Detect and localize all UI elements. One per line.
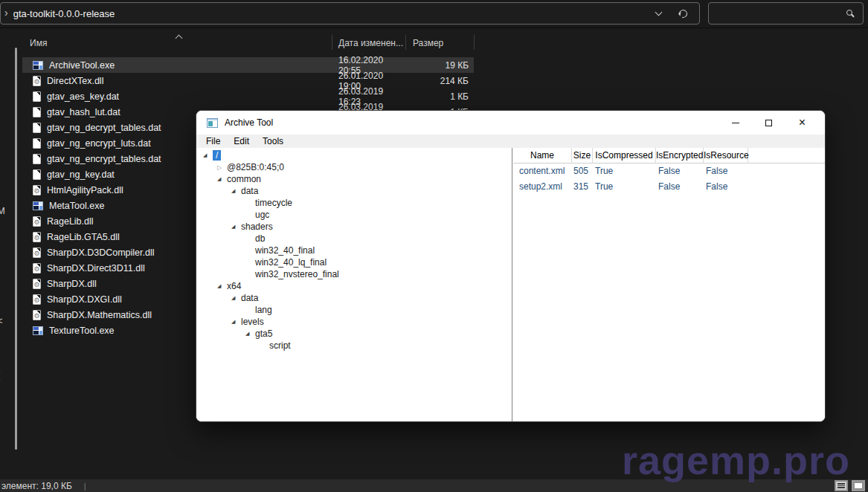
table-header-isresource[interactable]: IsResource — [704, 148, 748, 164]
file-name: DirectXTex.dll — [47, 76, 103, 86]
dll-file-icon: ⚙ — [33, 247, 41, 258]
tree-item-label: db — [255, 233, 265, 244]
tree-item[interactable]: ◢data — [196, 185, 512, 197]
minimize-button[interactable] — [718, 111, 752, 135]
address-bar[interactable]: › gta-toolkit-0.0.0-release — [0, 2, 700, 25]
tree-item[interactable]: ugc — [196, 209, 512, 221]
tree-item[interactable]: win32_40_final — [196, 245, 512, 256]
file-name: gtav_ng_decrypt_tables.dat — [47, 123, 161, 133]
tree-item[interactable]: ◢levels — [196, 316, 512, 328]
menu-file[interactable]: File — [199, 135, 227, 148]
minimize-icon — [732, 123, 739, 123]
tree-item-label: shaders — [241, 221, 273, 232]
tree-item[interactable]: ◢common — [196, 173, 512, 185]
archive-tool-app-icon — [207, 118, 218, 128]
file-name: SharpDX.dll — [47, 279, 97, 289]
column-header-size[interactable]: Размер — [413, 38, 443, 48]
table-header-isencrypted[interactable]: IsEncrypted — [656, 148, 704, 164]
breadcrumb[interactable]: gta-toolkit-0.0.0-release — [13, 8, 115, 19]
dll-file-icon: ⚙ — [33, 279, 41, 289]
search-box[interactable] — [708, 2, 864, 25]
tree-item[interactable]: lang — [196, 304, 512, 316]
tree-item-label: @825B:0:45;0 — [227, 162, 284, 172]
table-header-iscompressed[interactable]: IsCompressed — [593, 148, 656, 164]
table-header-size[interactable]: Size — [572, 148, 593, 164]
maximize-icon — [765, 120, 772, 126]
large-icons-view-icon[interactable] — [852, 480, 865, 491]
chevron-down-icon[interactable] — [655, 8, 663, 16]
gear-icon: ⚙ — [33, 280, 40, 289]
tree-item[interactable]: db — [196, 233, 512, 245]
cell-size: 505 — [572, 164, 588, 179]
tree-item[interactable]: win32_40_lq_final — [196, 256, 512, 268]
column-header-name[interactable]: Имя — [30, 38, 47, 48]
watermark: ragemp.pro — [622, 437, 850, 483]
dll-file-icon: ⚙ — [33, 216, 41, 227]
dll-file-icon: ⚙ — [33, 294, 41, 305]
dat-file-icon — [33, 138, 41, 149]
table-row[interactable]: content.xml505TrueFalseFalse — [513, 164, 825, 179]
cell-isresource: False — [706, 164, 727, 179]
expander-expanded-icon[interactable]: ◢ — [231, 295, 241, 301]
tree-item[interactable]: script — [196, 340, 512, 352]
expander-expanded-icon[interactable]: ◢ — [217, 176, 227, 182]
search-icon[interactable] — [846, 10, 852, 16]
tree-item-label: data — [241, 293, 258, 303]
tree-item[interactable]: ◢/ — [196, 149, 512, 161]
cell-isencrypted: False — [658, 179, 680, 195]
file-name: gtav_ng_encrypt_tables.dat — [47, 154, 161, 164]
expander-collapsed-icon[interactable]: ▷ — [217, 164, 227, 171]
tree-item[interactable]: timecycle — [196, 197, 512, 209]
tree-item[interactable]: ◢x64 — [196, 280, 512, 292]
refresh-icon[interactable] — [678, 7, 689, 19]
file-name: gtav_hash_lut.dat — [47, 107, 120, 117]
status-divider: | — [72, 482, 86, 491]
table-rows: content.xml505TrueFalseFalsesetup2.xml31… — [513, 164, 825, 195]
expander-expanded-icon[interactable]: ◢ — [231, 319, 241, 325]
file-name: ArchiveTool.exe — [49, 60, 115, 71]
tree-item[interactable]: ◢data — [196, 292, 512, 304]
exe-app-icon — [33, 61, 43, 70]
archive-tool-titlebar[interactable]: Archive Tool × — [196, 111, 825, 135]
expander-expanded-icon[interactable]: ◢ — [217, 283, 227, 289]
table-header-name[interactable]: Name — [513, 148, 572, 164]
column-separator[interactable] — [405, 35, 406, 50]
close-button[interactable]: × — [785, 111, 819, 135]
exe-app-icon — [33, 326, 43, 335]
file-name: SharpDX.Direct3D11.dll — [47, 263, 145, 273]
gear-icon: ⚙ — [33, 265, 40, 273]
tree-item-label: gta5 — [255, 328, 272, 339]
vertical-scrollbar[interactable] — [15, 48, 17, 450]
column-header-date[interactable]: Дата изменен... — [338, 38, 403, 48]
gear-icon: ⚙ — [33, 218, 40, 227]
column-separator[interactable] — [474, 35, 475, 50]
maximize-button[interactable] — [752, 111, 785, 135]
breadcrumb-chevron-icon[interactable]: › — [1, 7, 13, 20]
file-size: 1 КБ — [406, 91, 469, 102]
dat-file-icon — [33, 154, 41, 164]
menu-tools[interactable]: Tools — [256, 135, 290, 148]
file-name: RageLib.GTA5.dll — [47, 232, 120, 242]
nav-item-fragment: М — [0, 205, 7, 216]
file-name: gtav_ng_key.dat — [47, 169, 115, 180]
column-separator[interactable] — [332, 35, 332, 50]
tree-item[interactable]: ▷@825B:0:45;0 — [196, 161, 512, 173]
tree-item-label: ugc — [255, 210, 269, 220]
tree-item[interactable]: ◢gta5 — [196, 328, 512, 340]
expander-expanded-icon[interactable]: ◢ — [245, 331, 255, 337]
gear-icon: ⚙ — [33, 187, 40, 195]
archive-tree: ◢/▷@825B:0:45;0◢common◢datatimecycleugc◢… — [196, 148, 512, 421]
tree-item[interactable]: win32_nvstereo_final — [196, 268, 512, 280]
file-size: 214 КБ — [406, 76, 469, 86]
expander-expanded-icon[interactable]: ◢ — [203, 152, 213, 158]
dll-file-icon: ⚙ — [33, 310, 41, 320]
tree-item-label: timecycle — [255, 198, 292, 208]
expander-expanded-icon[interactable]: ◢ — [231, 224, 241, 230]
expander-expanded-icon[interactable]: ◢ — [231, 188, 241, 194]
menu-edit[interactable]: Edit — [227, 135, 256, 148]
tree-item[interactable]: ◢shaders — [196, 221, 512, 233]
table-row[interactable]: setup2.xml315TrueFalseFalse — [513, 179, 825, 195]
file-name: SharpDX.DXGI.dll — [47, 294, 122, 305]
cell-iscompressed: True — [595, 179, 613, 195]
search-input[interactable] — [715, 6, 838, 21]
